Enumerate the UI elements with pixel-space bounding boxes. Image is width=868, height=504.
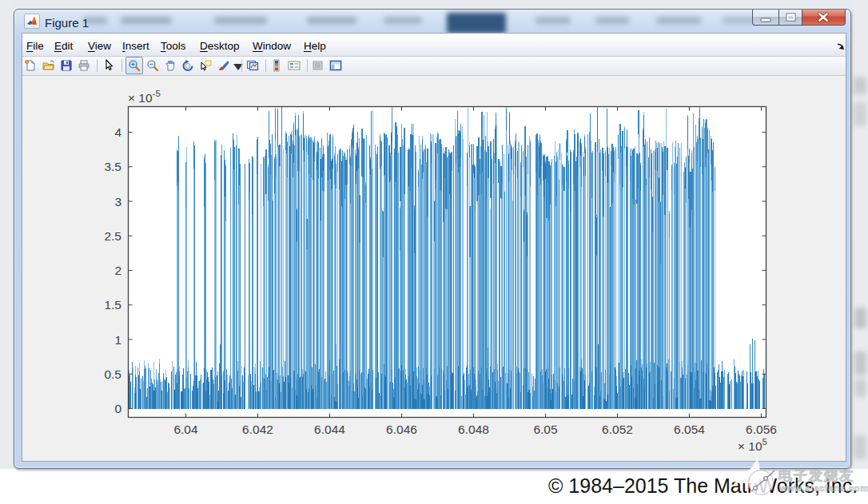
svg-text:× 10-5: × 10-5 xyxy=(128,89,161,105)
svg-text:1: 1 xyxy=(114,333,121,347)
svg-text:4: 4 xyxy=(114,125,121,139)
svg-text:3: 3 xyxy=(114,195,121,208)
svg-text:2.5: 2.5 xyxy=(104,229,121,243)
svg-text:0.5: 0.5 xyxy=(104,367,121,381)
svg-text:6.054: 6.054 xyxy=(674,423,705,436)
svg-text:6.052: 6.052 xyxy=(602,423,633,436)
svg-text:3.5: 3.5 xyxy=(104,160,121,173)
svg-text:6.044: 6.044 xyxy=(314,423,345,436)
svg-text:× 105: × 105 xyxy=(738,437,767,453)
svg-text:6.056: 6.056 xyxy=(746,423,777,436)
svg-text:1.5: 1.5 xyxy=(104,298,121,312)
svg-text:6.05: 6.05 xyxy=(533,423,557,436)
svg-text:6.04: 6.04 xyxy=(173,423,198,436)
svg-text:6.048: 6.048 xyxy=(458,423,489,436)
svg-text:0: 0 xyxy=(114,402,121,415)
svg-text:2: 2 xyxy=(114,264,121,277)
svg-text:6.042: 6.042 xyxy=(242,423,273,436)
svg-text:6.046: 6.046 xyxy=(386,423,417,436)
